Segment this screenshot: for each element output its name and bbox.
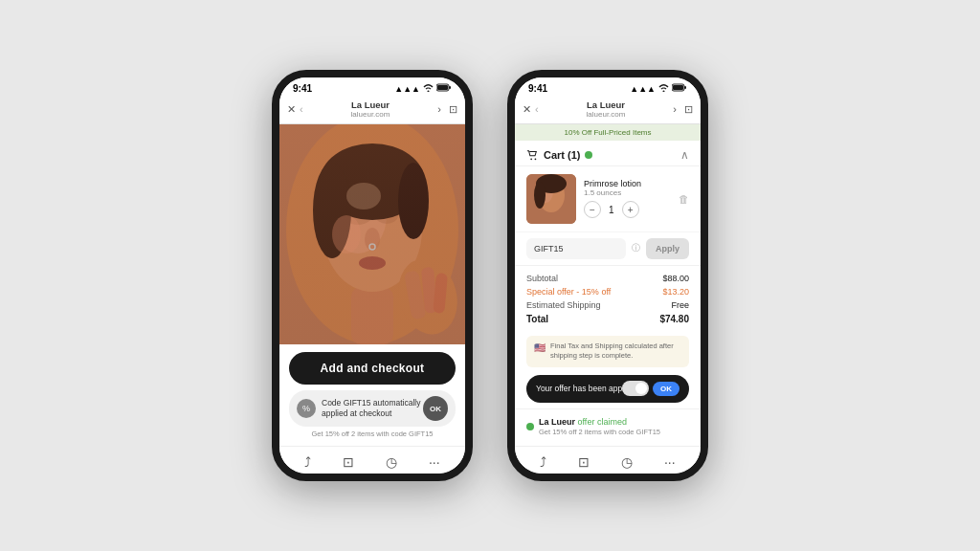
qty-value: 1 — [609, 205, 614, 215]
total-value: $74.80 — [659, 314, 689, 324]
more-nav-icon[interactable]: ··· — [664, 454, 676, 470]
phone2-address-bar[interactable]: La Lueur lalueur.com — [539, 99, 674, 120]
more-nav-icon[interactable]: ··· — [429, 454, 440, 470]
discount-row: Special offer - 15% off $13.20 — [526, 287, 689, 297]
signal-icon: ▲▲▲ — [394, 84, 420, 94]
bookmark-nav-icon[interactable]: ⊡ — [578, 454, 590, 470]
claimed-description: Get 15% off 2 items with code GIFT15 — [539, 428, 660, 436]
phone1-main-content: ≡ La Lueur ♡ ⊡ — [279, 124, 465, 446]
wifi-icon — [658, 83, 669, 94]
product-thumbnail — [526, 174, 576, 224]
cart-header: Cart (1) ∧ — [515, 141, 701, 166]
flag-icon: 🇺🇸 — [534, 342, 546, 353]
phone1-status-icons: ▲▲▲ — [394, 83, 452, 94]
qty-controls: − 1 + — [584, 201, 671, 218]
offer-icon: % — [297, 399, 316, 418]
svg-rect-2 — [437, 85, 448, 90]
phone-1: 9:41 ▲▲▲ ✕ ‹ La Lueur lalueur.com — [272, 70, 473, 481]
total-label: Total — [526, 314, 548, 324]
phone1-browser-chrome: ✕ ‹ La Lueur lalueur.com › ⊡ — [279, 96, 465, 124]
cart-chevron-icon[interactable]: ∧ — [680, 148, 689, 162]
discount-value: $13.20 — [662, 287, 689, 297]
tax-text: Final Tax and Shipping calculated after … — [550, 342, 681, 362]
offer-ok-button[interactable]: OK — [653, 382, 679, 396]
promo-banner: 10% Off Full-Priced Items — [515, 124, 701, 141]
history-nav-icon[interactable]: ◷ — [386, 454, 397, 470]
qty-increase-btn[interactable]: + — [622, 201, 639, 218]
total-row: Total $74.80 — [526, 314, 689, 324]
battery-icon — [672, 83, 687, 94]
offer-toast: % Code GIFT15 automatically applied at c… — [289, 390, 456, 427]
phone1-address-bar[interactable]: La Lueur lalueur.com — [303, 99, 438, 120]
coupon-apply-button[interactable]: Apply — [646, 238, 689, 259]
shipping-value: Free — [671, 300, 689, 310]
phone2-main-content: 10% Off Full-Priced Items Cart (1) ∧ — [515, 124, 701, 446]
phone1-time: 9:41 — [293, 83, 312, 94]
share-nav-icon[interactable]: ⤴ — [304, 454, 311, 470]
offer-applied-toast: Your offer has been applied. OK — [526, 375, 689, 403]
phone2-time: 9:41 — [528, 83, 547, 94]
battery-icon — [436, 83, 452, 94]
phone2-browser-chrome: ✕ ‹ La Lueur lalueur.com › ⊡ — [515, 96, 701, 124]
claimed-text: La Lueur offer claimed Get 15% off 2 ite… — [539, 417, 660, 436]
tax-notice: 🇺🇸 Final Tax and Shipping calculated aft… — [526, 336, 689, 367]
phone1-cta-area: Add and checkout % Code GIFT15 automatic… — [279, 344, 465, 446]
phone1-forward-btn[interactable]: › — [437, 103, 441, 115]
product-image — [526, 174, 576, 224]
bookmark-nav-icon[interactable]: ⊡ — [343, 454, 354, 470]
phone1-bookmark-btn[interactable]: ⊡ — [449, 103, 457, 116]
phone1-close-btn[interactable]: ✕ — [287, 103, 296, 116]
shipping-label: Estimated Shipping — [526, 300, 601, 310]
product-size: 1.5 ounces — [584, 188, 671, 197]
product-name: Primrose lotion — [584, 179, 671, 188]
phone2-bottom-nav: ⤴ ⊡ ◷ ··· — [515, 446, 701, 474]
price-summary: Subtotal $88.00 Special offer - 15% off … — [515, 266, 701, 336]
subtotal-value: $88.00 — [662, 274, 689, 283]
offer-toast-text: Code GIFT15 automatically applied at che… — [322, 398, 423, 419]
claimed-brand: La Lueur offer claimed — [539, 417, 660, 427]
svg-rect-24 — [673, 85, 683, 90]
qty-decrease-btn[interactable]: − — [584, 201, 601, 218]
cart-active-dot — [585, 151, 592, 159]
cart-icon — [526, 149, 538, 161]
cart-item: Primrose lotion 1.5 ounces − 1 + 🗑 — [515, 166, 701, 232]
delete-item-icon[interactable]: 🗑 — [679, 193, 689, 205]
phone1-bottom-nav: ⤴ ⊡ ◷ ··· — [279, 446, 465, 474]
svg-point-25 — [530, 158, 532, 160]
phone2-bookmark-btn[interactable]: ⊡ — [684, 103, 693, 116]
promo-bottom-text: Get 15% off 2 items with code GIFT15 — [289, 430, 456, 438]
subtotal-row: Subtotal $88.00 — [526, 274, 689, 283]
svg-rect-23 — [684, 86, 686, 89]
cart-title: Cart (1) — [526, 149, 592, 161]
claimed-banner: La Lueur offer claimed Get 15% off 2 ite… — [515, 408, 701, 444]
coupon-input[interactable]: GIFT15 — [526, 238, 626, 259]
phone2-close-btn[interactable]: ✕ — [523, 103, 531, 116]
product-info: Primrose lotion 1.5 ounces − 1 + — [584, 179, 671, 218]
history-nav-icon[interactable]: ◷ — [621, 454, 633, 470]
phone1-status-bar: 9:41 ▲▲▲ — [279, 77, 465, 96]
toast-toggle[interactable] — [622, 381, 649, 396]
toast-toggle-dot — [635, 383, 647, 394]
wifi-icon — [423, 83, 434, 94]
cart-count: Cart (1) — [544, 149, 581, 161]
hero-image — [279, 124, 465, 373]
svg-rect-1 — [449, 86, 451, 89]
phone-2: 9:41 ▲▲▲ ✕ ‹ La Lueur lalueur.com — [507, 70, 708, 481]
add-checkout-button[interactable]: Add and checkout — [289, 352, 456, 385]
subtotal-label: Subtotal — [526, 274, 558, 283]
coupon-info-icon: ⓘ — [632, 242, 640, 254]
svg-point-26 — [535, 158, 537, 160]
claimed-dot — [526, 423, 534, 430]
shipping-row: Estimated Shipping Free — [526, 300, 689, 310]
discount-label: Special offer - 15% off — [526, 287, 611, 297]
svg-point-31 — [534, 182, 546, 209]
signal-icon: ▲▲▲ — [630, 84, 656, 94]
phone2-status-bar: 9:41 ▲▲▲ — [515, 77, 701, 96]
share-nav-icon[interactable]: ⤴ — [540, 454, 546, 470]
claimed-status-text: offer claimed — [578, 417, 627, 427]
phones-container: 9:41 ▲▲▲ ✕ ‹ La Lueur lalueur.com — [253, 51, 727, 500]
coupon-row: GIFT15 ⓘ Apply — [515, 232, 701, 266]
phone2-status-icons: ▲▲▲ — [630, 83, 687, 94]
phone2-forward-btn[interactable]: › — [673, 103, 677, 115]
offer-ok-button[interactable]: OK — [423, 396, 448, 421]
